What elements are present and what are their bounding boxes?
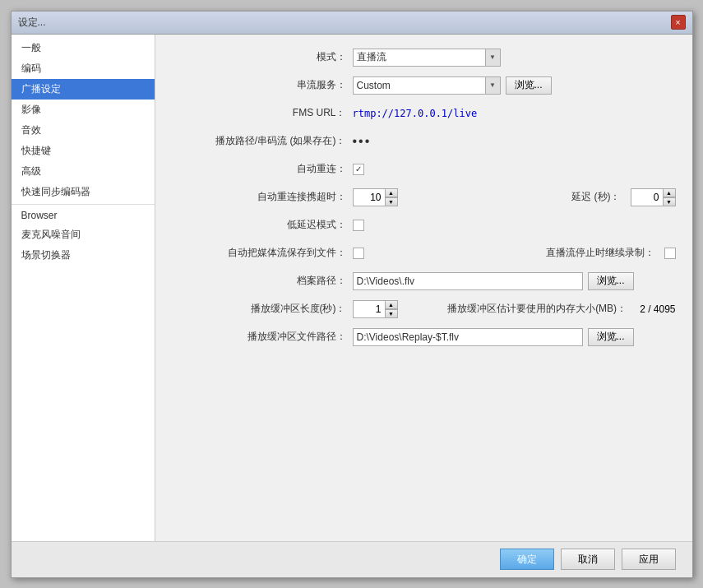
buffer-length-row: 播放缓冲区长度(秒)： ▲ ▼ 播放缓冲区估计要使用的内存大小(MB)： 2 /…: [172, 299, 676, 319]
stream-service-row: 串流服务： Custom ▼ 浏览...: [172, 76, 676, 95]
close-button[interactable]: ×: [671, 15, 686, 30]
delay-label: 延迟 (秒)：: [571, 190, 627, 204]
dialog-body: 一般 编码 广播设定 影像 音效 快捷键 高级 快速同步编码器 Browser …: [12, 35, 692, 541]
sidebar-item-encode[interactable]: 编码: [12, 58, 155, 79]
buffer-file-row: 播放缓冲区文件路径： 浏览...: [172, 327, 676, 347]
dialog-title: 设定...: [18, 16, 46, 30]
playpath-label: 播放路径/串码流 (如果存在)：: [172, 134, 353, 148]
stream-service-browse-button[interactable]: 浏览...: [506, 76, 552, 95]
continue-on-stop-section: 直播流停止时继续录制：: [546, 246, 676, 260]
buffer-mem-value: 2 / 4095: [640, 303, 675, 315]
delay-input[interactable]: [631, 188, 664, 206]
archive-path-input[interactable]: [353, 272, 583, 290]
title-bar: 设定... ×: [12, 12, 692, 35]
reconnect-timeout-spinner: ▲ ▼: [353, 188, 398, 206]
stream-service-dropdown[interactable]: Custom ▼: [353, 76, 501, 95]
delay-spinner: ▲ ▼: [631, 188, 676, 206]
sidebar-item-advanced[interactable]: 高级: [12, 161, 155, 182]
reconnect-timeout-row: 自动重连接携超时： ▲ ▼ 延迟 (秒)： ▲ ▼: [172, 188, 676, 207]
continue-on-stop-label: 直播流停止时继续录制：: [546, 246, 661, 260]
sidebar-item-mic[interactable]: 麦克风噪音间: [12, 225, 155, 245]
buffer-length-up-btn[interactable]: ▲: [385, 300, 398, 309]
main-content: 模式： 直播流 ▼ 串流服务： Custom ▼ 浏览... FMS URL： …: [155, 35, 692, 541]
sidebar-item-shadow[interactable]: 影像: [12, 100, 155, 120]
playpath-row: 播放路径/串码流 (如果存在)： •••: [172, 132, 676, 151]
auto-reconnect-row: 自动重连：: [172, 160, 676, 179]
archive-path-label: 档案路径：: [172, 274, 353, 288]
buffer-file-browse-button[interactable]: 浏览...: [588, 328, 634, 346]
buffer-length-input[interactable]: [353, 300, 386, 318]
archive-path-browse-button[interactable]: 浏览...: [588, 272, 634, 290]
dialog-footer: 确定 取消 应用: [12, 541, 692, 577]
sidebar-item-audio[interactable]: 音效: [12, 120, 155, 141]
buffer-mem-section: 播放缓冲区估计要使用的内存大小(MB)： 2 / 4095: [447, 302, 675, 316]
low-latency-checkbox[interactable]: [353, 220, 364, 231]
auto-save-label: 自动把媒体流保存到文件：: [172, 246, 353, 260]
reconnect-timeout-spinner-buttons: ▲ ▼: [385, 188, 398, 206]
apply-button[interactable]: 应用: [622, 549, 676, 570]
stream-service-dropdown-text: Custom: [354, 80, 485, 91]
reconnect-timeout-label: 自动重连接携超时：: [172, 190, 353, 204]
cancel-button[interactable]: 取消: [561, 549, 615, 570]
buffer-length-spinner-buttons: ▲ ▼: [385, 300, 398, 318]
fms-url-label: FMS URL：: [172, 106, 353, 120]
auto-reconnect-label: 自动重连：: [172, 162, 353, 176]
reconnect-timeout-up-btn[interactable]: ▲: [385, 188, 398, 197]
fms-url-row: FMS URL： rtmp://127.0.0.1/live: [172, 104, 676, 123]
auto-reconnect-checkbox[interactable]: [353, 164, 364, 175]
sidebar-item-scene[interactable]: 场景切换器: [12, 245, 155, 266]
reconnect-timeout-input[interactable]: [353, 188, 386, 206]
mode-dropdown[interactable]: 直播流 ▼: [353, 49, 501, 67]
sidebar-item-broadcast[interactable]: 广播设定: [12, 79, 155, 100]
delay-down-btn[interactable]: ▼: [663, 197, 676, 206]
sidebar-item-browser[interactable]: Browser: [12, 206, 155, 225]
sidebar-separator: [12, 204, 155, 205]
auto-save-checkbox[interactable]: [353, 248, 364, 259]
delay-section: 延迟 (秒)： ▲ ▼: [571, 188, 675, 206]
sidebar-item-general[interactable]: 一般: [12, 38, 155, 58]
mode-dropdown-arrow[interactable]: ▼: [485, 49, 500, 66]
playpath-dots: •••: [353, 134, 372, 149]
mode-dropdown-text: 直播流: [354, 50, 485, 64]
sidebar: 一般 编码 广播设定 影像 音效 快捷键 高级 快速同步编码器 Browser …: [12, 35, 155, 541]
settings-dialog: 设定... × 一般 编码 广播设定 影像 音效 快捷键 高级 快速同步编码器 …: [11, 11, 693, 578]
buffer-length-down-btn[interactable]: ▼: [385, 309, 398, 318]
delay-spinner-buttons: ▲ ▼: [663, 188, 676, 206]
delay-up-btn[interactable]: ▲: [663, 188, 676, 197]
continue-on-stop-checkbox[interactable]: [664, 248, 676, 259]
archive-path-row: 档案路径： 浏览...: [172, 271, 676, 291]
low-latency-label: 低延迟模式：: [172, 218, 353, 232]
reconnect-timeout-down-btn[interactable]: ▼: [385, 197, 398, 206]
buffer-length-label: 播放缓冲区长度(秒)：: [172, 302, 353, 316]
buffer-file-input[interactable]: [353, 328, 583, 346]
buffer-mem-label: 播放缓冲区估计要使用的内存大小(MB)：: [447, 302, 633, 316]
stream-service-dropdown-arrow[interactable]: ▼: [485, 77, 500, 94]
mode-row: 模式： 直播流 ▼: [172, 48, 676, 67]
fms-url-value: rtmp://127.0.0.1/live: [353, 108, 478, 119]
mode-label: 模式：: [172, 50, 353, 64]
autosave-row: 自动把媒体流保存到文件： 直播流停止时继续录制：: [172, 243, 676, 263]
sidebar-item-hotkey[interactable]: 快捷键: [12, 141, 155, 161]
buffer-length-spinner: ▲ ▼: [353, 300, 398, 318]
sidebar-item-fastsync[interactable]: 快速同步编码器: [12, 182, 155, 202]
buffer-file-label: 播放缓冲区文件路径：: [172, 330, 353, 344]
stream-service-label: 串流服务：: [172, 78, 353, 92]
confirm-button[interactable]: 确定: [500, 549, 554, 570]
low-latency-row: 低延迟模式：: [172, 215, 676, 235]
